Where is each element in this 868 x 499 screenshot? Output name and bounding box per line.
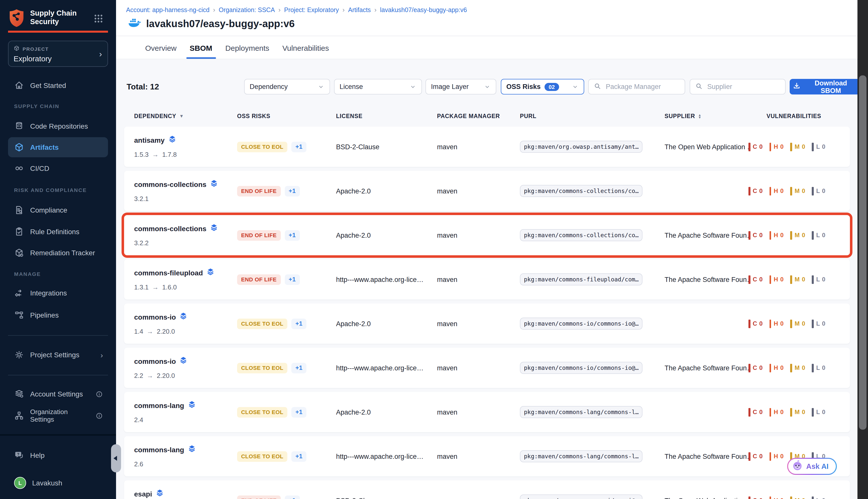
- oss-risks-cell: END OF LIFE +1: [237, 186, 336, 196]
- download-sbom-button[interactable]: Download SBOM: [790, 79, 860, 95]
- breadcrumb-artifacts[interactable]: Artifacts: [348, 6, 371, 13]
- tab-vulnerabilities[interactable]: Vulnerabilities: [282, 36, 329, 59]
- vulnerabilities-cell[interactable]: C 0 H 0 M 0 L 0: [748, 231, 850, 240]
- oss-risk-extra-badge[interactable]: +1: [285, 495, 300, 499]
- sidebar-item-project-settings[interactable]: Project Settings ›: [8, 345, 108, 365]
- supplier-cell: The Open Web Application …: [665, 497, 748, 499]
- package-manager-cell: maven: [437, 320, 520, 327]
- oss-risk-extra-badge[interactable]: +1: [292, 142, 307, 152]
- sidebar-item-label: CI/CD: [30, 164, 49, 172]
- column-header-dependency[interactable]: DEPENDENCY ▼: [134, 113, 237, 119]
- dependency-name: antisamy: [134, 136, 164, 144]
- vulnerabilities-cell[interactable]: C 0 H 0 M 0 L 0: [748, 408, 850, 416]
- tab-deployments[interactable]: Deployments: [225, 36, 269, 59]
- breadcrumb-artifact-name[interactable]: lavakush07/easy-buggy-app:v6: [380, 6, 467, 13]
- vuln-high: H 0: [769, 187, 784, 195]
- package-manager-search-input[interactable]: [605, 82, 680, 91]
- module-grid-icon[interactable]: [94, 14, 103, 24]
- sidebar-section-manage: MANAGE: [14, 271, 41, 277]
- sidebar-item-artifacts[interactable]: Artifacts: [8, 137, 108, 157]
- table-row-commons-lang-2[interactable]: commons-lang 2.6 CLOSE TO EOL +1 http---…: [124, 436, 850, 476]
- project-label: PROJECT: [23, 46, 49, 51]
- tab-sbom[interactable]: SBOM: [190, 36, 212, 59]
- table-row-commons-io-2[interactable]: commons-io 2.2→2.20.0 CLOSE TO EOL +1 ht…: [124, 348, 850, 388]
- ask-ai-button[interactable]: Ask AI: [787, 458, 836, 475]
- sidebar-item-organization-settings[interactable]: Organization Settings: [8, 405, 108, 426]
- purl-chip[interactable]: pkg:maven/commons-lang/commons-l…: [520, 450, 643, 462]
- vulnerabilities-cell[interactable]: C 0 H 0 M 0 L 0: [748, 275, 850, 284]
- license-cell: Apache-2.0: [336, 408, 437, 416]
- license-cell: Apache-2.0: [336, 320, 437, 327]
- sidebar-item-account-settings[interactable]: Account Settings: [8, 384, 108, 404]
- vulnerabilities-cell[interactable]: C 0 H 0 M 0 L 0: [748, 496, 850, 499]
- purl-chip[interactable]: pkg:maven/commons-io/commons-io@…: [520, 318, 643, 330]
- project-selector[interactable]: PROJECT Exploratory ›: [8, 41, 108, 67]
- breadcrumb-organization[interactable]: Organization: SSCA: [219, 6, 275, 13]
- oss-risk-extra-badge[interactable]: +1: [292, 318, 307, 329]
- vuln-medium-count: M 0: [795, 143, 805, 150]
- purl-chip[interactable]: pkg:maven/commons-fileupload/com…: [520, 273, 643, 285]
- vuln-high: H 0: [769, 496, 784, 499]
- image-layer-filter-select[interactable]: Image Layer: [425, 79, 496, 95]
- table-row-commons-io-1[interactable]: commons-io 1.4→2.20.0 CLOSE TO EOL +1 Ap…: [124, 304, 850, 344]
- sidebar-item-pipelines[interactable]: Pipelines: [8, 305, 108, 325]
- scrollbar-thumb[interactable]: [859, 75, 867, 430]
- oss-risk-extra-badge[interactable]: +1: [292, 451, 307, 462]
- sidebar-item-user[interactable]: L Lavakush: [8, 473, 108, 493]
- vuln-medium: M 0: [790, 275, 805, 284]
- breadcrumb-separator: ›: [278, 6, 281, 14]
- sidebar-item-code-repositories[interactable]: Code Repositories: [8, 116, 108, 136]
- sidebar-item-get-started[interactable]: Get Started: [8, 75, 108, 96]
- purl-cell: pkg:maven/commons-lang/commons-l…: [520, 450, 665, 462]
- vulnerabilities-cell[interactable]: C 0 H 0 M 0 L 0: [748, 187, 850, 195]
- purl-chip[interactable]: pkg:maven/commons-collections/co…: [520, 185, 643, 197]
- oss-risk-extra-badge[interactable]: +1: [285, 186, 300, 196]
- vulnerabilities-cell[interactable]: C 0 H 0 M 0 L 0: [748, 143, 850, 151]
- vulnerabilities-cell[interactable]: C 0 H 0 M 0 L 0: [748, 319, 850, 328]
- version-to: 1.6.0: [162, 283, 177, 291]
- vuln-critical: C 0: [748, 143, 763, 151]
- vulnerabilities-cell[interactable]: C 0 H 0 M 0 L 0: [748, 364, 850, 372]
- oss-risk-extra-badge[interactable]: +1: [285, 230, 300, 241]
- vuln-critical-count: C 0: [753, 232, 763, 239]
- sidebar-item-help[interactable]: ? Help: [8, 445, 108, 465]
- table-row-antisamy[interactable]: antisamy 1.5.3→1.7.8 CLOSE TO EOL +1 BSD…: [124, 126, 850, 167]
- table-row-esapi[interactable]: esapi END OF LIFE +1 BSD-3-Clause maven …: [124, 480, 850, 499]
- oss-risk-extra-badge[interactable]: +1: [292, 407, 307, 417]
- tab-overview[interactable]: Overview: [145, 36, 176, 59]
- table-row-commons-lang-1[interactable]: commons-lang 2.4 CLOSE TO EOL +1 Apache-…: [124, 392, 850, 432]
- purl-chip[interactable]: pkg:maven/commons-io/commons-io@…: [520, 362, 643, 374]
- app: Supply Chain Security PROJECT Explora: [0, 0, 868, 499]
- dependency-filter-select[interactable]: Dependency: [244, 79, 330, 95]
- sidebar-item-compliance[interactable]: Compliance: [8, 200, 108, 220]
- oss-risk-extra-badge[interactable]: +1: [285, 274, 300, 285]
- purl-chip[interactable]: pkg:maven/commons-lang/commons-l…: [520, 406, 643, 418]
- vuln-medium-count: M 0: [795, 409, 805, 416]
- dependency-name: commons-collections: [134, 224, 207, 232]
- purl-chip[interactable]: pkg:maven/org.owasp.esapi/esapi@…: [520, 495, 643, 499]
- table-row-commons-fileupload[interactable]: commons-fileupload 1.3.1→1.6.0 END OF LI…: [124, 259, 850, 300]
- oss-risks-filter-select[interactable]: OSS Risks 02: [501, 79, 584, 95]
- license-filter-select[interactable]: License: [334, 79, 422, 95]
- chevron-right-icon: ›: [100, 351, 103, 359]
- sidebar-item-integrations[interactable]: Integrations: [8, 283, 108, 303]
- sidebar-item-remediation-tracker[interactable]: Remediation Tracker: [8, 243, 108, 263]
- purl-chip[interactable]: pkg:maven/commons-collections/co…: [520, 229, 643, 241]
- dependency-name: commons-lang: [134, 446, 184, 453]
- table-row-commons-collections-1[interactable]: commons-collections 3.2.1 END OF LIFE +1…: [124, 171, 850, 211]
- vuln-critical-count: C 0: [753, 320, 763, 327]
- supplier-search-input[interactable]: [706, 82, 780, 91]
- purl-chip[interactable]: pkg:maven/org.owasp.antisamy/ant…: [520, 141, 643, 153]
- breadcrumb-project[interactable]: Project: Exploratory: [284, 6, 339, 13]
- column-header-supplier[interactable]: SUPPLIER ▲▼: [665, 113, 748, 119]
- sidebar-collapse-handle[interactable]: [111, 444, 121, 472]
- oss-risk-extra-badge[interactable]: +1: [292, 363, 307, 373]
- vuln-low-count: L 0: [816, 497, 826, 499]
- breadcrumb-account[interactable]: Account: app-harness-ng-cicd: [126, 6, 210, 13]
- oss-risks-cell: CLOSE TO EOL +1: [237, 363, 336, 373]
- sidebar-item-cicd[interactable]: CI/CD: [8, 158, 108, 179]
- chevron-down-icon: [572, 83, 579, 90]
- sidebar-item-rule-definitions[interactable]: Rule Definitions: [8, 222, 108, 242]
- table-row-commons-collections-2-highlighted[interactable]: commons-collections 3.2.2 END OF LIFE +1…: [124, 215, 850, 255]
- column-label: LICENSE: [336, 113, 362, 119]
